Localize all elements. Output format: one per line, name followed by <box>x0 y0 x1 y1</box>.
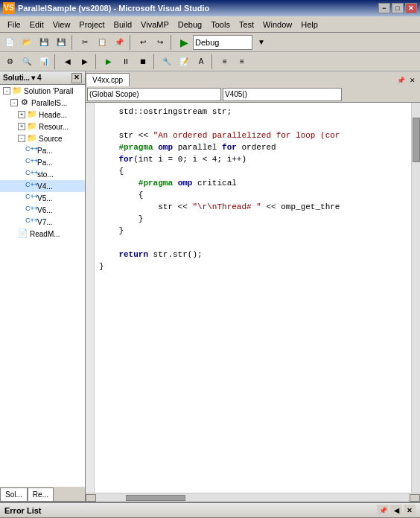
tb2-btn1[interactable]: ⚙ <box>1 54 18 70</box>
menu-debug[interactable]: Debug <box>174 19 206 31</box>
tb2-btn13[interactable]: ≡ <box>234 54 250 70</box>
main-area: Soluti... ▾ 4 ✕ - 📁 Solution 'Parall - ⚙… <box>0 71 420 502</box>
tree-sto[interactable]: C++ sto... <box>0 168 85 180</box>
menu-window[interactable]: Window <box>258 19 296 31</box>
solution-tree: - 📁 Solution 'Parall - ⚙ ParallelS... + … <box>0 85 85 487</box>
menu-help[interactable]: Help <box>296 19 322 31</box>
tb2-btn7[interactable]: ⏸ <box>118 54 134 70</box>
editor-scrollbar-h[interactable] <box>86 493 420 502</box>
maximize-button[interactable]: □ <box>392 3 404 13</box>
tree-readme[interactable]: 📄 ReadM... <box>0 228 85 240</box>
pin-button[interactable]: 📌 <box>395 74 407 86</box>
separator3 <box>171 35 174 50</box>
menu-project[interactable]: Project <box>74 19 109 31</box>
sep7 <box>211 54 214 69</box>
menu-tools[interactable]: Tools <box>206 19 235 31</box>
save-button[interactable]: 💾 <box>36 34 52 51</box>
close-panel-button[interactable]: ✕ <box>404 505 416 517</box>
new-button[interactable]: 📄 <box>1 34 18 51</box>
menu-view[interactable]: View <box>48 19 75 31</box>
file-v7-label: V7... <box>37 218 53 226</box>
tree-resources[interactable]: + 📁 Resour... <box>0 121 85 132</box>
headers-icon: 📁 <box>27 109 37 120</box>
pin-panel-button[interactable]: 📌 <box>377 505 389 517</box>
source-label: Source <box>39 135 63 143</box>
tree-v7[interactable]: C++ V7... <box>0 216 85 228</box>
resources-label: Resour... <box>39 123 69 131</box>
tb2-btn2[interactable]: 🔍 <box>19 54 35 70</box>
file-pa2-label: Pa... <box>37 159 53 167</box>
sep6 <box>153 54 156 69</box>
code-scrollbar-v[interactable] <box>411 103 420 493</box>
menu-edit[interactable]: Edit <box>25 19 48 31</box>
expand-project[interactable]: - <box>10 99 18 106</box>
tb2-btn6[interactable]: ▶ <box>101 54 117 70</box>
menu-vivamp[interactable]: VivaMP <box>136 19 174 31</box>
open-button[interactable]: 📂 <box>19 34 35 51</box>
save-all-button[interactable]: 💾 <box>53 34 69 51</box>
menu-bar: File Edit View Project Build VivaMP Debu… <box>0 16 420 33</box>
tb2-btn9[interactable]: 🔧 <box>159 54 175 70</box>
tb2-btn12[interactable]: ≡ <box>217 54 233 70</box>
debug-config-dropdown[interactable]: Debug <box>193 35 252 50</box>
toolbar-2: ⚙ 🔍 📊 ◀ ▶ ▶ ⏸ ⏹ 🔧 📝 A ≡ ≡ <box>0 52 420 71</box>
tree-v5[interactable]: C++ V5... <box>0 192 85 204</box>
auto-hide-button[interactable]: ◀ <box>390 505 402 517</box>
re-tab[interactable]: Re... <box>28 487 54 501</box>
editor-tab-label: V4xx.cpp <box>92 76 123 84</box>
sep4 <box>54 54 57 69</box>
tb2-btn3[interactable]: 📊 <box>36 54 52 70</box>
menu-test[interactable]: Test <box>235 19 258 31</box>
minimize-button[interactable]: − <box>378 3 390 13</box>
undo-button[interactable]: ↩ <box>135 34 151 51</box>
menu-file[interactable]: File <box>3 19 25 31</box>
expand-source[interactable]: - <box>18 135 25 142</box>
error-panel-header: Error List 📌 ◀ ✕ <box>0 503 420 518</box>
close-tab-button[interactable]: ✕ <box>407 74 419 86</box>
file-sto-label: sto... <box>37 170 54 179</box>
tree-project[interactable]: - ⚙ ParallelS... <box>0 97 85 109</box>
solution-icon: 📁 <box>12 86 22 96</box>
file-icon-3: C++ <box>25 169 36 179</box>
code-text[interactable]: std::ostringstream str; str << "An order… <box>95 103 411 493</box>
editor-tab-v4xx[interactable]: V4xx.cpp <box>86 73 130 86</box>
redo-button[interactable]: ↪ <box>152 34 168 51</box>
file-icon-5: C++ <box>25 193 36 203</box>
tree-v4[interactable]: C++ V4... <box>0 180 85 192</box>
title-bar: VS ParallelSample (vs2008) - Microsoft V… <box>0 0 420 16</box>
source-icon: 📁 <box>27 133 37 144</box>
run-button[interactable]: ▶ <box>176 34 192 51</box>
expand-headers[interactable]: + <box>18 111 25 118</box>
menu-build[interactable]: Build <box>109 19 136 31</box>
tree-solution[interactable]: - 📁 Solution 'Parall <box>0 85 85 97</box>
expand-solution[interactable]: - <box>3 87 10 95</box>
tree-pa1[interactable]: C++ Pa... <box>0 144 85 156</box>
close-button[interactable]: ✕ <box>405 3 417 13</box>
error-panel-title: Error List <box>4 506 42 515</box>
panel-bottom-tabs: Sol... Re... <box>0 487 85 502</box>
tree-headers[interactable]: + 📁 Heade... <box>0 109 85 121</box>
toolbar-1: 📄 📂 💾 💾 ✂ 📋 📌 ↩ ↪ ▶ Debug ▼ <box>0 33 420 52</box>
error-panel-controls: 📌 ◀ ✕ <box>377 505 416 517</box>
tree-pa2[interactable]: C++ Pa... <box>0 156 85 168</box>
cut-button[interactable]: ✂ <box>77 34 93 51</box>
project-label: ParallelS... <box>31 99 67 107</box>
editor-tab-controls: 📌 ✕ <box>395 74 420 86</box>
tb2-btn11[interactable]: A <box>193 54 209 70</box>
editor-top-bar: (Global Scope) V405() <box>86 86 420 103</box>
tree-v6[interactable]: C++ V6... <box>0 204 85 216</box>
tb2-btn5[interactable]: ▶ <box>77 54 93 70</box>
tb2-btn4[interactable]: ◀ <box>60 54 76 70</box>
scope-dropdown[interactable]: (Global Scope) <box>87 88 221 101</box>
func-dropdown[interactable]: V405() <box>223 88 342 101</box>
solution-panel-close[interactable]: ✕ <box>71 73 82 83</box>
expand-resources[interactable]: + <box>18 123 25 130</box>
tb2-btn8[interactable]: ⏹ <box>135 54 151 70</box>
file-icon-7: C++ <box>25 217 36 227</box>
paste-button[interactable]: 📌 <box>111 34 127 51</box>
dropdown-arrow[interactable]: ▼ <box>253 34 270 51</box>
tree-source[interactable]: - 📁 Source <box>0 132 85 144</box>
copy-button[interactable]: 📋 <box>94 34 110 51</box>
sol-tab[interactable]: Sol... <box>0 487 28 501</box>
tb2-btn10[interactable]: 📝 <box>176 54 192 70</box>
